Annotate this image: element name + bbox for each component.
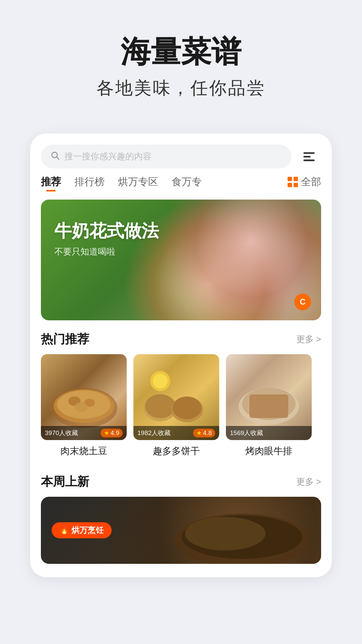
recipe-card-3[interactable]: 1569人收藏 烤肉眼牛排 [226, 354, 312, 458]
svg-point-14 [173, 396, 201, 419]
hero-banner[interactable]: 牛奶花式做法 不要只知道喝啦 C [41, 200, 321, 320]
recipe-card-img-2: 1982人收藏 ★ 4.8 [133, 354, 219, 440]
fire-icon: 🔥 [60, 526, 69, 535]
banner-text: 牛奶花式做法 不要只知道喝啦 [54, 220, 159, 258]
hot-section-more[interactable]: 更多 > [296, 333, 321, 345]
banner-title: 牛奶花式做法 [54, 220, 159, 243]
recipe-rating-1: ★ 4.9 [101, 429, 123, 437]
search-icon [50, 151, 60, 162]
tab-recommend[interactable]: 推荐 [41, 175, 61, 192]
app-card: 搜一搜你感兴趣的内容 推荐 排行榜 烘万专区 食万专 全部 [30, 133, 332, 577]
svg-line-1 [57, 157, 59, 159]
recipe-count-3: 1569人收藏 [230, 429, 263, 437]
sub-title: 各地美味，任你品尝 [20, 76, 342, 100]
week-section-header: 本周上新 更多 > [30, 463, 332, 497]
nav-tabs: 推荐 排行榜 烘万专区 食万专 全部 [30, 175, 332, 200]
week-badge: 🔥 烘万烹饪 [52, 522, 112, 538]
recipe-card-img-1: 3970人收藏 ★ 4.9 [41, 354, 127, 440]
recipe-count-2: 1982人收藏 [137, 429, 171, 437]
banner-visual [41, 200, 321, 320]
recipe-badge-3: 1569人收藏 [226, 426, 312, 440]
week-badge-text: 烘万烹饪 [71, 525, 104, 536]
svg-point-12 [145, 394, 175, 418]
recipe-name-2: 趣多多饼干 [133, 445, 219, 458]
recipe-cards-row: 3970人收藏 ★ 4.9 肉末烧土豆 [30, 354, 332, 458]
recipe-count-1: 3970人收藏 [45, 429, 78, 437]
tab-all[interactable]: 全部 [288, 175, 321, 192]
grid-icon [288, 177, 298, 187]
recipe-card-img-3: 1569人收藏 [226, 354, 312, 440]
hot-section-header: 热门推荐 更多 > [30, 320, 332, 354]
star-icon-2: ★ [196, 429, 202, 437]
recipe-rating-2: ★ 4.8 [193, 429, 215, 437]
recipe-badge-1: 3970人收藏 ★ 4.9 [41, 426, 127, 440]
recipe-name-1: 肉末烧土豆 [41, 445, 127, 458]
search-bar[interactable]: 搜一搜你感兴趣的内容 [41, 145, 292, 168]
svg-rect-19 [249, 394, 288, 418]
recipe-name-3: 烤肉眼牛排 [226, 445, 312, 458]
main-title: 海量菜谱 [20, 34, 342, 70]
tab-baking[interactable]: 烘万专区 [118, 175, 158, 192]
tab-food[interactable]: 食万专 [172, 175, 202, 192]
recipe-badge-2: 1982人收藏 ★ 4.8 [133, 426, 219, 440]
recipe-card-1[interactable]: 3970人收藏 ★ 4.9 肉末烧土豆 [41, 354, 127, 458]
week-section-title: 本周上新 [41, 474, 89, 490]
svg-rect-2 [303, 152, 315, 154]
week-new-section: 本周上新 更多 > 🔥 烘万烹饪 [30, 463, 332, 564]
menu-button[interactable] [297, 144, 321, 168]
search-placeholder-text: 搜一搜你感兴趣的内容 [64, 151, 152, 162]
svg-point-22 [185, 517, 265, 550]
svg-point-16 [153, 374, 168, 388]
search-bar-row: 搜一搜你感兴趣的内容 [30, 133, 332, 175]
week-section-more[interactable]: 更多 > [296, 476, 321, 488]
star-icon-1: ★ [104, 429, 109, 437]
tab-ranking[interactable]: 排行榜 [74, 175, 105, 192]
svg-point-10 [74, 402, 88, 412]
banner-subtitle: 不要只知道喝啦 [54, 246, 159, 258]
svg-rect-4 [303, 160, 315, 161]
banner-logo: C [294, 293, 311, 310]
svg-rect-3 [303, 156, 311, 158]
week-banner[interactable]: 🔥 烘万烹饪 [41, 497, 321, 564]
recipe-card-2[interactable]: 1982人收藏 ★ 4.8 趣多多饼干 [133, 354, 219, 458]
hot-section-title: 热门推荐 [41, 331, 89, 347]
header-section: 海量菜谱 各地美味，任你品尝 [0, 0, 362, 120]
